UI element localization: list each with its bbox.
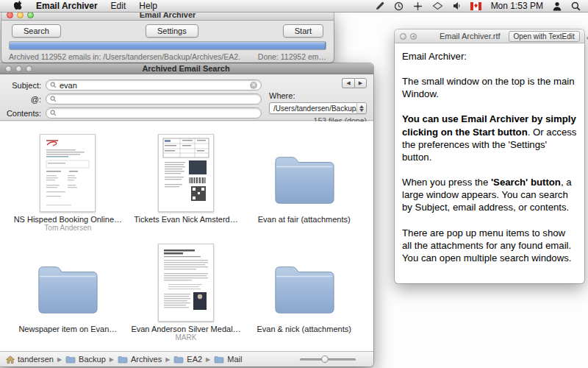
window-title: Archived Email Search [0,64,373,73]
paragraph: You can use Email Archiver by simply cli… [402,113,577,163]
volume-icon[interactable] [453,1,461,10]
minimize-button[interactable] [15,66,22,72]
file-browser: NS Hispeed Booking Online… Tom Andersen [0,121,373,351]
folder-small-icon [173,355,184,364]
slider-knob[interactable] [321,355,329,363]
preview-content: Email Archiver: The small window on the … [395,43,584,283]
where-label: Where: [269,91,367,100]
where-value: /Users/tandersen/Backup/Archives/EA2/Mai… [270,105,356,113]
document-icon [158,244,214,322]
menu-app[interactable]: Email Archiver [29,0,104,12]
breadcrumb-home[interactable]: tandersen [6,355,54,364]
popup-stepper-icon [356,103,366,113]
settings-button[interactable]: Settings [146,24,198,38]
where-section: Where: /Users/tandersen/Backup/Archives/… [269,91,367,125]
preview-titlebar[interactable]: + Email Archiver.rtf Open with TextEdit [395,29,584,43]
folder-small-icon [214,355,224,364]
file-label: Evan at fair (attachments) [258,215,351,224]
archive-status-text: Archived 112952 emails in: /Users/tander… [9,52,240,61]
folder-icon [265,147,344,212]
paragraph: The small window on the top is the main … [402,75,577,100]
folder-small-icon [118,355,128,364]
history-nav: ◀ ▶ [342,78,367,88]
forward-button[interactable]: ▶ [354,78,367,88]
address-search-input[interactable] [46,93,262,105]
breadcrumb-separator: ▶ [110,356,114,363]
open-with-textedit-button[interactable]: Open with TextEdit [509,31,580,42]
menu-help[interactable]: Help [132,0,164,12]
file-label: Evan & nick (attachments) [257,325,351,333]
preview-window: + Email Archiver.rtf Open with TextEdit … [395,29,584,283]
search-titlebar[interactable]: Archived Email Search [0,63,373,74]
breadcrumb-mail[interactable]: Mail [214,355,242,364]
file-label: NS Hispeed Booking Online… [14,215,122,224]
crosshair-icon[interactable] [413,1,423,11]
address-label: @: [3,95,41,104]
icon-size-slider[interactable] [300,355,356,364]
close-button[interactable] [400,33,406,40]
apple-icon [14,1,23,11]
archiver-toolbar: Search Settings Start [1,21,334,40]
file-item[interactable]: Newspaper item on Evan… [9,237,127,347]
file-label: Evan Anderson Silver Medal… [131,325,240,333]
file-item[interactable]: Evan Anderson Silver Medal… MARK [127,237,245,347]
desktop: Email Archiver Edit Help Mon 1:53 PM Ema… [0,0,588,368]
file-label: Newspaper item on Evan… [18,325,117,333]
spotlight-icon[interactable] [571,1,581,11]
file-item[interactable]: Evan & nick (attachments) [245,237,363,347]
document-icon [158,134,214,212]
time-machine-icon[interactable] [394,1,404,11]
search-icon [50,96,57,102]
zoom-button[interactable] [26,66,32,72]
file-subtitle: Tom Andersen [44,224,91,233]
file-subtitle: MARK [176,333,197,342]
email-archiver-window: Email Archiver Search Settings Start Arc… [1,10,334,63]
menu-bar: Email Archiver Edit Help Mon 1:53 PM [0,0,588,13]
search-window: Archived Email Search Subject: evan ✕ @: [0,63,373,367]
back-button[interactable]: ◀ [342,78,354,88]
clear-icon[interactable]: ✕ [250,82,257,89]
paragraph: Email Archiver: [402,50,577,63]
folder-small-icon [65,355,76,364]
breadcrumb-ea2[interactable]: EA2 [173,355,202,364]
folder-icon [265,257,344,322]
subject-label: Subject: [3,81,41,90]
file-item[interactable]: Evan at fair (attachments) [245,127,363,237]
paragraph: When you press the 'Search' button, a la… [402,176,577,213]
spaces-icon[interactable] [432,1,443,10]
file-item[interactable]: NS Hispeed Booking Online… Tom Andersen [9,127,127,237]
subject-value: evan [60,81,247,90]
paragraph: There are pop up menu items to show all … [402,227,577,264]
search-form: Subject: evan ✕ @: Contents: [0,74,373,121]
where-popup-menu[interactable]: /Users/tandersen/Backup/Archives/EA2/Mai… [269,102,367,114]
user-icon[interactable] [553,1,562,11]
preview-title: Email Archiver.rtf [440,32,501,40]
archiver-progress-fill [10,42,326,49]
breadcrumb-separator: ▶ [57,356,62,363]
contents-search-input[interactable] [46,107,262,118]
subject-search-input[interactable]: evan ✕ [46,79,262,91]
document-icon [40,134,96,212]
pencil-icon[interactable] [376,1,384,10]
start-button[interactable]: Start [283,24,323,38]
file-item[interactable]: Tickets Evan Nick Amsterd… [127,127,245,237]
menu-edit[interactable]: Edit [104,0,133,12]
search-icon [50,110,57,116]
search-button[interactable]: Search [12,24,61,38]
menu-bar-status-area: Mon 1:53 PM [376,1,581,11]
search-icon [50,82,57,88]
archive-done-text: Done: 112952 em… [258,52,326,61]
archiver-status-row: Archived 112952 emails in: /Users/tander… [1,50,334,61]
close-button[interactable] [5,66,12,72]
path-bar: tandersen ▶ Backup ▶ Archives ▶ EA2 ▶ Ma… [0,351,373,367]
home-icon [6,355,15,364]
contents-label: Contents: [3,109,41,118]
menu-bar-clock[interactable]: Mon 1:53 PM [491,1,543,11]
breadcrumb-archives[interactable]: Archives [118,355,162,364]
file-label: Tickets Evan Nick Amsterd… [134,215,237,224]
zoom-button[interactable]: + [410,33,417,40]
breadcrumb-backup[interactable]: Backup [65,355,106,364]
archive-progress-bar [9,41,326,50]
apple-menu[interactable] [7,0,29,12]
canada-flag-icon[interactable] [470,2,481,10]
